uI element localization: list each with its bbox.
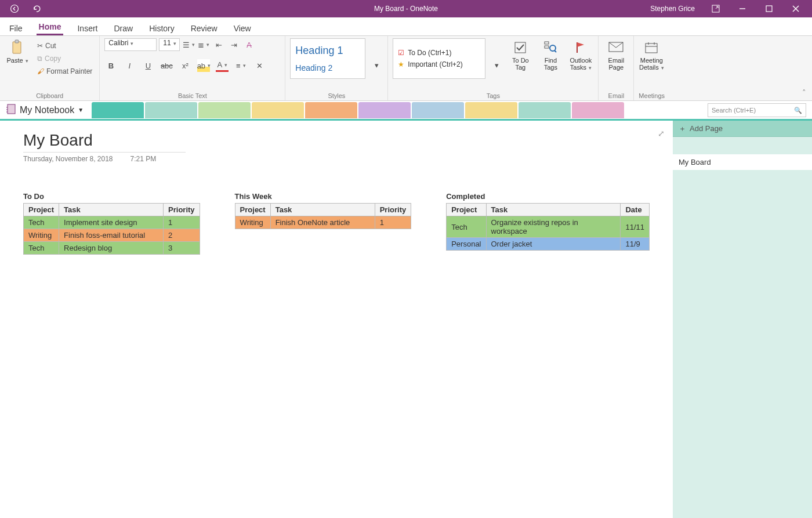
- collapse-ribbon-icon[interactable]: ˄: [802, 88, 806, 97]
- svg-rect-7: [15, 40, 19, 43]
- page-list-item[interactable]: My Board: [673, 154, 812, 170]
- format-painter-button[interactable]: 🖌Format Painter: [35, 66, 95, 77]
- table-row[interactable]: WritingFinish OneNote article1: [235, 216, 411, 229]
- paste-button[interactable]: Paste: [5, 38, 30, 65]
- ribbon-display-icon[interactable]: [704, 0, 727, 17]
- find-tags-button[interactable]: Find Tags: [538, 38, 563, 72]
- expand-icon[interactable]: ⤢: [658, 129, 665, 138]
- tag-todo[interactable]: ☑To Do (Ctrl+1): [398, 49, 480, 57]
- style-heading1[interactable]: Heading 1: [295, 45, 360, 57]
- page-date: Thursday, November 8, 2018: [23, 155, 113, 163]
- board-week: This Week ProjectTaskPriorityWritingFini…: [235, 192, 412, 255]
- table-header: Priority: [164, 204, 200, 216]
- cut-button[interactable]: ✂Cut: [35, 41, 95, 51]
- search-input[interactable]: Search (Ctrl+E) 🔍: [708, 103, 806, 117]
- copy-button[interactable]: ⧉Copy: [35, 53, 95, 64]
- svg-rect-18: [8, 104, 15, 114]
- svg-point-11: [550, 45, 556, 51]
- underline-button[interactable]: U: [142, 59, 154, 72]
- section-tab[interactable]: [465, 102, 517, 118]
- clear-format-icon[interactable]: A̶: [242, 38, 255, 51]
- section-tab[interactable]: [252, 102, 304, 118]
- group-styles: Heading 1 Heading 2 ▾ Styles: [285, 36, 388, 100]
- email-page-button[interactable]: Email Page: [603, 38, 629, 72]
- tab-review[interactable]: Review: [188, 20, 220, 35]
- tag-important[interactable]: ★Important (Ctrl+2): [398, 60, 480, 68]
- styles-gallery[interactable]: Heading 1 Heading 2: [290, 38, 365, 79]
- table-header: Task: [486, 204, 621, 216]
- section-tab[interactable]: [412, 102, 464, 118]
- group-label-meetings: Meetings: [639, 92, 665, 99]
- table-header: Project: [24, 204, 59, 216]
- star-icon: ★: [398, 60, 404, 68]
- bold-button[interactable]: B: [104, 59, 117, 72]
- outlook-tasks-button[interactable]: Outlook Tasks: [568, 38, 593, 72]
- table-row[interactable]: TechRedesign blog3: [24, 242, 200, 255]
- svg-rect-6: [13, 42, 21, 53]
- bullets-icon[interactable]: ☰: [182, 38, 195, 51]
- section-tab[interactable]: [572, 102, 624, 118]
- section-tab[interactable]: [92, 102, 144, 118]
- page-canvas[interactable]: ⤢ My Board Thursday, November 8, 2018 7:…: [0, 121, 673, 518]
- strike-button[interactable]: abc: [160, 59, 173, 72]
- svg-rect-10: [545, 46, 549, 48]
- tab-file[interactable]: File: [7, 20, 25, 35]
- add-page-label: Add Page: [690, 124, 723, 133]
- notebook-dropdown[interactable]: My Notebook ▼: [0, 103, 89, 117]
- table-cell: Redesign blog: [59, 242, 164, 255]
- section-tab[interactable]: [145, 102, 197, 118]
- table-row[interactable]: WritingFinish foss-email tutorial2: [24, 229, 200, 242]
- font-size-select[interactable]: 11: [159, 38, 180, 51]
- superscript-button[interactable]: x²: [179, 59, 191, 72]
- tab-view[interactable]: View: [231, 20, 253, 35]
- highlight-button[interactable]: ab: [197, 59, 210, 72]
- tab-insert[interactable]: Insert: [75, 20, 100, 35]
- italic-button[interactable]: I: [123, 59, 136, 72]
- table-header: Task: [270, 204, 375, 216]
- tags-gallery[interactable]: ☑To Do (Ctrl+1) ★Important (Ctrl+2): [393, 38, 485, 79]
- meeting-details-label: Meeting Details: [639, 57, 664, 71]
- scissors-icon: ✂: [37, 42, 43, 50]
- tab-history[interactable]: History: [147, 20, 177, 35]
- board-done: Completed ProjectTaskDateTechOrganize ex…: [446, 192, 650, 255]
- delete-button[interactable]: ✕: [253, 59, 266, 72]
- style-heading2[interactable]: Heading 2: [295, 63, 360, 73]
- tab-draw[interactable]: Draw: [111, 20, 135, 35]
- font-family-select[interactable]: Calibri: [104, 38, 157, 51]
- section-tab[interactable]: [519, 102, 571, 118]
- font-color-button[interactable]: A: [216, 59, 229, 72]
- minimize-icon[interactable]: [731, 0, 754, 17]
- ribbon-tabs: File Home Insert Draw History Review Vie…: [0, 17, 812, 36]
- tab-home[interactable]: Home: [37, 19, 64, 35]
- outdent-icon[interactable]: ⇤: [212, 38, 225, 51]
- section-tab[interactable]: [358, 102, 411, 118]
- section-tab[interactable]: [198, 102, 251, 118]
- meeting-details-button[interactable]: Meeting Details: [639, 38, 664, 72]
- copy-label: Copy: [45, 55, 61, 63]
- table-header: Project: [447, 204, 486, 216]
- undo-icon[interactable]: [29, 1, 44, 16]
- back-icon[interactable]: [7, 1, 22, 16]
- section-tab[interactable]: [305, 102, 357, 118]
- table-todo[interactable]: ProjectTaskPriorityTechImplement site de…: [23, 203, 200, 255]
- table-week[interactable]: ProjectTaskPriorityWritingFinish OneNote…: [235, 203, 412, 229]
- styles-expand-icon[interactable]: ▾: [370, 59, 383, 72]
- table-row[interactable]: PersonalOrder jacket11/9: [447, 238, 650, 251]
- page-title[interactable]: My Board: [23, 131, 186, 153]
- align-button[interactable]: ≡: [234, 59, 247, 72]
- table-cell: 11/9: [621, 238, 650, 251]
- table-row[interactable]: TechOrganize existing repos in workspace…: [447, 216, 650, 238]
- indent-icon[interactable]: ⇥: [227, 38, 240, 51]
- table-completed[interactable]: ProjectTaskDateTechOrganize existing rep…: [446, 203, 650, 251]
- tags-expand-icon[interactable]: ▾: [490, 59, 503, 72]
- add-page-button[interactable]: ＋ Add Page: [673, 121, 812, 137]
- section-tabs[interactable]: [92, 102, 625, 118]
- user-name[interactable]: Stephen Grice: [650, 5, 695, 13]
- numbering-icon[interactable]: ≣: [197, 38, 210, 51]
- table-header: Task: [59, 204, 164, 216]
- table-row[interactable]: TechImplement site design1: [24, 216, 200, 229]
- todo-tag-button[interactable]: To Do Tag: [507, 38, 533, 72]
- table-cell: Finish OneNote article: [270, 216, 375, 229]
- maximize-icon[interactable]: [757, 0, 781, 17]
- close-icon[interactable]: [784, 0, 807, 17]
